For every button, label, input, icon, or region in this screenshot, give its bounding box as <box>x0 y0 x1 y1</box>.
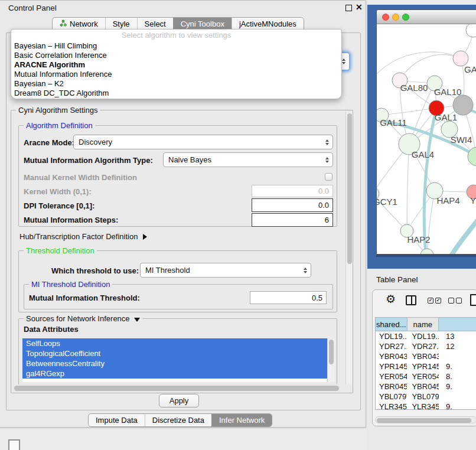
data-attribute-item[interactable]: TopologicalCoefficient <box>22 348 327 358</box>
threshold-definition-title: Threshold Definition <box>24 246 97 255</box>
window-shadow <box>376 255 476 257</box>
settings-horizontal-scrollbar[interactable] <box>12 384 345 392</box>
table-cell: 9. <box>439 381 476 392</box>
kernel-width-field[interactable]: 0.0 <box>252 185 333 197</box>
sources-group-title[interactable]: Sources for Network Inference <box>24 314 142 323</box>
dpi-tolerance-field[interactable]: 0.0 <box>252 198 333 212</box>
algorithm-list: Bayesian – Hill ClimbingBasic Correlatio… <box>11 41 341 98</box>
mi-steps-label: Mutual Information Steps: <box>24 216 118 224</box>
tab-network[interactable]: Network <box>53 18 105 30</box>
tab-jactivemnodules[interactable]: jActiveMNodules <box>232 18 304 30</box>
algorithm-option[interactable]: ARACNE Algorithm <box>11 60 341 70</box>
algorithm-definition-title: Algorithm Definition <box>24 121 95 130</box>
attributes-scrollbar[interactable] <box>327 338 334 382</box>
close-window-icon[interactable] <box>382 14 389 21</box>
network-desktop: GALGAL80GAL10GAL1GAL11SWI4GAL4GCY1HAP4YH… <box>367 5 476 269</box>
cyni-algorithm-settings-group: Cyni Algorithm Settings Algorithm Defini… <box>11 110 353 393</box>
table-window: ⚙ ✓✓ shared... name YDL19...YDL19...13YD… <box>372 289 476 426</box>
network-node[interactable] <box>466 24 476 37</box>
table-cell <box>439 392 476 402</box>
algorithm-definition-group: Algorithm Definition Aracne Mode: Discov… <box>18 125 337 227</box>
which-threshold-select[interactable]: MI Threshold <box>140 263 311 278</box>
node-label: Y <box>470 195 476 206</box>
network-canvas[interactable]: GALGAL80GAL10GAL1GAL11SWI4GAL4GCY1HAP4YH… <box>377 24 476 254</box>
table-row[interactable]: YPR145WYPR145W9. <box>376 361 476 371</box>
mi-type-label: Mutual Information Algorithm Type: <box>24 156 153 165</box>
table-row[interactable]: YBR043CYBR043C <box>376 351 476 361</box>
node-label: HAP4 <box>436 195 459 206</box>
table-row[interactable]: YDL19...YDL19...13 <box>376 331 476 341</box>
data-attribute-item[interactable]: SelfLoops <box>22 338 327 348</box>
zoom-window-icon[interactable] <box>402 14 409 21</box>
table-row[interactable]: YBR045CYBR045C9. <box>376 381 476 392</box>
table-row[interactable]: YER054CYER054C8. <box>376 371 476 381</box>
mi-threshold-group: MI Threshold Definition Mutual Informati… <box>24 284 333 309</box>
node-label: GAL80 <box>400 83 428 93</box>
new-table-icon[interactable] <box>470 294 476 306</box>
gear-icon[interactable]: ⚙ <box>386 294 396 305</box>
algorithm-placeholder: Select algorithm to view settings <box>11 31 341 41</box>
tab-cyni-toolbox[interactable]: Cyni Toolbox <box>173 18 232 30</box>
table-cell: 8. <box>439 371 476 381</box>
combo-arrows-icon <box>304 268 307 273</box>
tab-style[interactable]: Style <box>105 18 137 30</box>
table-cell: YBR043C <box>407 351 439 361</box>
table-row[interactable]: YDR27...YDR27...12 <box>376 341 476 351</box>
manual-kernel-checkbox[interactable] <box>325 173 332 181</box>
tab-select[interactable]: Select <box>137 18 173 30</box>
mi-steps-field[interactable]: 6 <box>252 213 333 227</box>
aracne-mode-select[interactable]: Discovery <box>73 135 333 149</box>
mi-threshold-field[interactable]: 0.5 <box>250 291 327 304</box>
combo-arrows-icon <box>325 157 329 163</box>
column-header-shared-name[interactable]: shared... <box>376 318 407 331</box>
close-panel-icon[interactable]: ✕ <box>356 2 363 12</box>
mi-type-select[interactable]: Naive Bayes <box>163 152 333 167</box>
table-cell: YPR145W <box>407 361 439 371</box>
algorithm-option[interactable]: Bayesian – Hill Climbing <box>11 41 341 51</box>
deselect-all-checkboxes-icon[interactable] <box>448 298 462 304</box>
control-panel: Control Panel ✕ Network Style Select Cyn… <box>0 0 366 428</box>
mi-threshold-label: Mutual Information Threshold: <box>29 294 140 302</box>
table-body: YDL19...YDL19...13YDR27...YDR27...12YBR0… <box>376 331 476 410</box>
columns-icon[interactable] <box>406 295 416 305</box>
settings-vertical-scrollbar[interactable] <box>345 112 353 384</box>
algorithm-option[interactable]: Basic Correlation Inference <box>11 51 341 60</box>
minimized-panel-icon[interactable] <box>8 439 20 450</box>
settings-group-title: Cyni Algorithm Settings <box>16 106 100 115</box>
cyni-bottom-tabs: Impute Data Discretize Data Infer Networ… <box>88 413 272 427</box>
table-cell: YDR27... <box>407 341 439 351</box>
table-cell: YBR043C <box>376 351 407 361</box>
column-header-name[interactable]: name <box>407 318 439 331</box>
algorithm-option[interactable]: Mutual Information Inference <box>11 70 341 79</box>
attr-items: SelfLoopsTopologicalCoefficientBetweenne… <box>22 338 334 379</box>
float-panel-icon[interactable] <box>345 5 352 11</box>
tab-discretize-data[interactable]: Discretize Data <box>145 414 211 426</box>
minimize-window-icon[interactable] <box>392 14 399 21</box>
node-table: shared... name YDL19...YDL19...13YDR27..… <box>375 317 476 410</box>
expand-right-icon <box>143 234 147 240</box>
hub-definition-expander[interactable]: Hub/Transcription Factor Definition <box>19 232 147 241</box>
network-view-window: GALGAL80GAL10GAL1GAL11SWI4GAL4GCY1HAP4YH… <box>376 9 476 255</box>
data-attributes-list: SelfLoopsTopologicalCoefficientBetweenne… <box>22 338 334 382</box>
table-row[interactable]: YBL079WYBL079W <box>376 392 476 402</box>
table-horizontal-scrollbar[interactable] <box>375 416 476 423</box>
apply-button[interactable]: Apply <box>159 394 199 407</box>
aracne-mode-label: Aracne Mode: <box>24 138 74 147</box>
tab-infer-network[interactable]: Infer Network <box>211 414 272 426</box>
threshold-definition-group: Threshold Definition Which threshold to … <box>18 250 337 312</box>
column-header-cut[interactable] <box>439 318 476 331</box>
network-node[interactable] <box>468 147 476 166</box>
algorithm-option[interactable]: Bayesian – K2 <box>11 79 341 89</box>
dpi-tolerance-label: DPI Tolerance [0,1]: <box>24 201 94 210</box>
node-label: GAL1 <box>435 112 457 122</box>
network-window-titlebar[interactable] <box>377 10 476 24</box>
data-attributes-label: Data Attributes <box>24 325 79 334</box>
select-all-checkboxes-icon[interactable]: ✓✓ <box>428 298 441 304</box>
data-attribute-item[interactable]: gal4RGexp <box>22 369 327 379</box>
table-row[interactable]: YLR345WYLR345W9. <box>376 402 476 410</box>
data-attribute-item[interactable]: BetweennessCentrality <box>22 358 327 369</box>
tab-impute-data[interactable]: Impute Data <box>89 414 145 426</box>
algorithm-option[interactable]: Dream8 DC_TDC Algorithm <box>11 89 341 98</box>
combo-arrows-icon <box>325 139 329 145</box>
table-cell: 13 <box>439 331 476 341</box>
